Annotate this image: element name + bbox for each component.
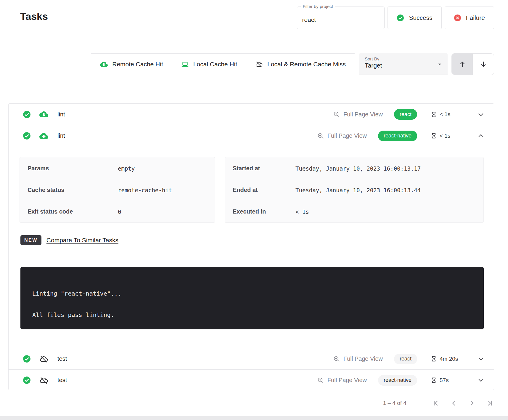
cache-status-row: Cache status remote-cache-hit xyxy=(20,179,215,201)
page-range: 1 – 4 of 4 xyxy=(383,400,406,406)
toolbar: Remote Cache Hit Local Cache Hit Local &… xyxy=(91,53,494,75)
cache-miss-label: Local & Remote Cache Miss xyxy=(267,61,346,68)
zoom-in-icon xyxy=(317,132,324,140)
terminal-output: Linting "react-native"... All files pass… xyxy=(20,267,484,329)
params-label: Params xyxy=(28,165,118,172)
row-right: Full Page View react-native < 1s xyxy=(317,131,485,141)
sort-by-select[interactable]: Sort By Target xyxy=(359,53,448,75)
zoom-in-icon xyxy=(333,111,340,118)
cloud-download-icon xyxy=(100,60,108,68)
laptop-icon xyxy=(181,60,189,68)
task-name: test xyxy=(57,355,67,362)
arrow-down-icon xyxy=(479,60,488,68)
cache-filter-group: Remote Cache Hit Local Cache Hit Local &… xyxy=(91,53,355,75)
tasks-page: Tasks Filter by project Success Failure xyxy=(0,0,508,420)
success-label: Success xyxy=(409,14,432,21)
params-value: empty xyxy=(118,165,135,172)
zoom-in-icon xyxy=(317,377,324,384)
project-badge: react-native xyxy=(378,131,417,141)
failure-label: Failure xyxy=(466,14,485,21)
chevron-down-icon[interactable] xyxy=(477,355,485,363)
chevron-up-icon[interactable] xyxy=(477,132,485,140)
sort-direction-group xyxy=(451,53,494,75)
project-filter-field: Filter by project xyxy=(297,7,385,29)
cache-miss-filter-button[interactable]: Local & Remote Cache Miss xyxy=(246,54,355,75)
compare-row: NEW Compare To Similar Tasks xyxy=(20,235,494,245)
task-name: lint xyxy=(57,111,65,118)
full-page-view-label: Full Page View xyxy=(343,111,383,118)
previous-page-icon[interactable] xyxy=(450,399,458,407)
sort-by-label: Sort By xyxy=(365,56,442,61)
cloud-download-icon xyxy=(39,110,48,119)
task-row-test-react-native[interactable]: test Full Page View react-native 57s xyxy=(9,369,494,391)
full-page-view-link[interactable]: Full Page View xyxy=(317,132,367,140)
task-timing-panel: Started at Tuesday, January 10, 2023 16:… xyxy=(225,157,484,223)
page-title: Tasks xyxy=(20,11,48,22)
cloud-off-icon xyxy=(255,60,263,68)
remote-cache-hit-filter-button[interactable]: Remote Cache Hit xyxy=(91,54,172,75)
project-filter-label: Filter by project xyxy=(301,4,335,9)
full-page-view-label: Full Page View xyxy=(327,377,367,384)
full-page-view-link[interactable]: Full Page View xyxy=(333,355,383,363)
remote-cache-hit-label: Remote Cache Hit xyxy=(112,61,163,68)
task-name: lint xyxy=(57,132,65,139)
chevron-down-icon[interactable] xyxy=(477,110,485,118)
pagination: 1 – 4 of 4 xyxy=(383,396,494,411)
executed-in-row: Executed in < 1s xyxy=(225,201,483,222)
cloud-off-icon xyxy=(39,376,48,385)
started-at-row: Started at Tuesday, January 10, 2023 16:… xyxy=(225,158,483,179)
full-page-view-label: Full Page View xyxy=(343,355,383,362)
success-filter-button[interactable]: Success xyxy=(388,7,441,29)
row-right: Full Page View react < 1s xyxy=(333,109,485,120)
terminal-line: All files pass linting. xyxy=(32,311,484,318)
task-row-lint-react-native[interactable]: lint Full Page View react-native < 1s xyxy=(9,125,494,146)
compare-to-similar-tasks-link[interactable]: Compare To Similar Tasks xyxy=(46,237,118,244)
params-row: Params empty xyxy=(20,158,215,179)
full-page-view-label: Full Page View xyxy=(327,132,367,139)
first-page-icon[interactable] xyxy=(432,399,440,407)
header-controls: Filter by project Success Failure xyxy=(297,7,494,29)
sort-descending-button[interactable] xyxy=(473,54,494,75)
started-at-value: Tuesday, January 10, 2023 16:00:13.17 xyxy=(295,165,421,172)
task-row-test-react[interactable]: test Full Page View react 4m 20s xyxy=(9,348,494,369)
duration: 57s xyxy=(431,377,467,384)
duration: < 1s xyxy=(431,133,467,139)
executed-in-value: < 1s xyxy=(295,209,309,215)
duration: < 1s xyxy=(431,111,467,118)
task-row-lint-react[interactable]: lint Full Page View react < 1s xyxy=(9,104,494,125)
full-page-view-link[interactable]: Full Page View xyxy=(317,377,367,384)
ended-at-label: Ended at xyxy=(233,187,295,193)
full-page-view-link[interactable]: Full Page View xyxy=(333,111,383,118)
caret-down-icon xyxy=(436,60,443,69)
success-status-icon xyxy=(23,132,31,140)
cloud-download-icon xyxy=(39,132,48,140)
duration-text: < 1s xyxy=(440,133,450,139)
success-status-icon xyxy=(23,376,31,384)
project-badge: react-native xyxy=(378,375,417,386)
failure-icon xyxy=(454,14,461,22)
hourglass-icon xyxy=(431,111,437,118)
cache-status-label: Cache status xyxy=(28,187,118,193)
hourglass-icon xyxy=(431,133,437,139)
bottom-edge-strip xyxy=(0,416,508,420)
arrow-up-icon xyxy=(458,60,467,68)
chevron-down-icon[interactable] xyxy=(477,376,485,384)
cache-status-value: remote-cache-hit xyxy=(118,187,172,193)
exit-code-row: Exit status code 0 xyxy=(20,201,215,222)
task-meta-panel: Params empty Cache status remote-cache-h… xyxy=(20,157,215,223)
exit-code-value: 0 xyxy=(118,209,121,215)
row-right: Full Page View react-native 57s xyxy=(317,375,485,386)
failure-filter-button[interactable]: Failure xyxy=(445,7,494,29)
project-filter-input[interactable] xyxy=(297,7,384,29)
exit-code-label: Exit status code xyxy=(28,208,118,215)
local-cache-hit-filter-button[interactable]: Local Cache Hit xyxy=(172,54,246,75)
cloud-off-icon xyxy=(39,355,48,363)
success-status-icon xyxy=(23,355,31,363)
task-list-card: lint Full Page View react < 1s xyxy=(8,103,494,390)
ended-at-value: Tuesday, January 10, 2023 16:00:13.44 xyxy=(295,187,421,193)
next-page-icon[interactable] xyxy=(468,399,476,407)
last-page-icon[interactable] xyxy=(486,399,494,407)
sort-ascending-button[interactable] xyxy=(452,54,473,75)
hourglass-icon xyxy=(431,377,437,383)
new-badge: NEW xyxy=(20,235,41,245)
